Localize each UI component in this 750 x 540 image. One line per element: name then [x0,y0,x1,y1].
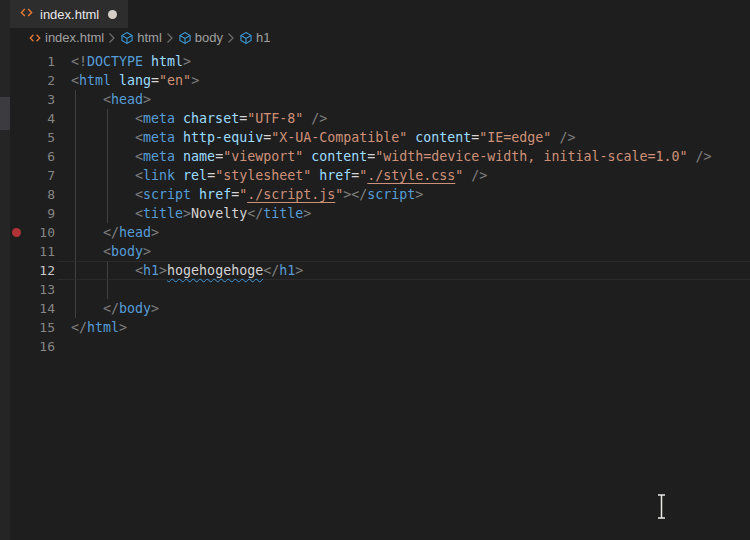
code-line-7: 7 <link rel="stylesheet" href="./style.c… [10,166,750,185]
breakpoint-icon[interactable] [12,228,21,237]
code-line-10: 10 </head> [10,223,750,242]
html-file-icon [19,5,34,24]
line-number: 12 [39,261,55,280]
gutter-line-11[interactable]: 11 [10,242,71,261]
code-line-11: 11 <body> [10,242,750,261]
chevron-right-icon [227,32,235,44]
line-number: 10 [39,223,55,242]
gutter-line-2[interactable]: 2 [10,71,71,90]
breadcrumb-label: index.html [45,30,104,45]
chevron-right-icon [166,32,174,44]
editor[interactable]: 1<!DOCTYPE html>2<html lang="en">3 <head… [10,47,750,540]
code-line-3: 3 <head> [10,90,750,109]
code-line-6: 6 <meta name="viewport" content="width=d… [10,147,750,166]
line-number: 5 [47,128,55,147]
gutter-line-5[interactable]: 5 [10,128,71,147]
line-number: 2 [47,71,55,90]
line-number: 1 [47,52,55,71]
left-scrollbar-thumb[interactable] [0,97,10,130]
code-text[interactable]: <meta charset="UTF-8" /> [71,109,327,128]
code-text[interactable]: </head> [71,223,159,242]
breadcrumb-label: h1 [256,30,270,45]
gutter-line-1[interactable]: 1 [10,52,71,71]
symbol-cube-icon [120,31,134,45]
line-number: 8 [47,185,55,204]
code-text[interactable]: <body> [71,242,151,261]
code-line-1: 1<!DOCTYPE html> [10,52,750,71]
breadcrumb-item-body[interactable]: body [178,30,223,45]
gutter-line-13[interactable]: 13 [10,280,71,299]
tab-label: index.html [40,7,99,22]
html-file-icon [28,31,42,45]
vscode-window: index.html index.htmlhtmlbodyh1 1<!DOCTY… [0,0,750,540]
code-text[interactable]: </html> [71,318,127,337]
symbol-cube-icon [239,31,253,45]
code-text[interactable]: <html lang="en"> [71,71,199,90]
gutter-line-4[interactable]: 4 [10,109,71,128]
code-line-13: 13 [10,280,750,299]
line-number: 9 [47,204,55,223]
gutter-line-16[interactable]: 16 [10,337,71,356]
line-number: 7 [47,166,55,185]
code-line-9: 9 <title>Novelty</title> [10,204,750,223]
code-line-12: 12 <h1>hogehogehoge</h1> [10,261,750,280]
breadcrumb-label: body [195,30,223,45]
line-number: 4 [47,109,55,128]
code-text[interactable]: <head> [71,90,151,109]
chevron-right-icon [108,32,116,44]
line-number: 3 [47,90,55,109]
gutter-line-8[interactable]: 8 [10,185,71,204]
modified-dot-icon[interactable] [108,10,117,19]
gutter-line-12[interactable]: 12 [10,261,71,280]
code-text[interactable]: <!DOCTYPE html> [71,52,191,71]
gutter-line-7[interactable]: 7 [10,166,71,185]
code-text[interactable]: <meta name="viewport" content="width=dev… [71,147,712,166]
code-line-2: 2<html lang="en"> [10,71,750,90]
code-line-4: 4 <meta charset="UTF-8" /> [10,109,750,128]
code-text[interactable]: <title>Novelty</title> [71,204,311,223]
line-number: 6 [47,147,55,166]
breadcrumb-item-html[interactable]: html [120,30,162,45]
breadcrumb: index.htmlhtmlbodyh1 [10,28,750,47]
code-line-16: 16 [10,337,750,356]
code-line-14: 14 </body> [10,299,750,318]
breadcrumb-label: html [137,30,162,45]
code-line-8: 8 <script href="./script.js"></script> [10,185,750,204]
gutter-line-10[interactable]: 10 [10,223,71,242]
gutter-line-9[interactable]: 9 [10,204,71,223]
line-number: 13 [39,280,55,299]
left-scrollbar [0,0,10,540]
code-text[interactable]: <h1>hogehogehoge</h1> [71,261,303,280]
symbol-cube-icon [178,31,192,45]
code-text[interactable]: <meta http-equiv="X-UA-Compatible" conte… [71,128,575,147]
code-line-15: 15</html> [10,318,750,337]
line-number: 11 [39,242,55,261]
tab-index-html[interactable]: index.html [10,0,128,28]
gutter-line-3[interactable]: 3 [10,90,71,109]
code-text[interactable]: </body> [71,299,159,318]
gutter-line-14[interactable]: 14 [10,299,71,318]
gutter-line-6[interactable]: 6 [10,147,71,166]
gutter-line-15[interactable]: 15 [10,318,71,337]
line-number: 15 [39,318,55,337]
code-line-5: 5 <meta http-equiv="X-UA-Compatible" con… [10,128,750,147]
code-text[interactable]: <script href="./script.js"></script> [71,185,423,204]
line-number: 16 [39,337,55,356]
code-text[interactable]: <link rel="stylesheet" href="./style.css… [71,166,487,185]
breadcrumb-item-index-html[interactable]: index.html [28,30,104,45]
tab-bar: index.html [10,0,750,28]
breadcrumb-item-h1[interactable]: h1 [239,30,270,45]
line-number: 14 [39,299,55,318]
